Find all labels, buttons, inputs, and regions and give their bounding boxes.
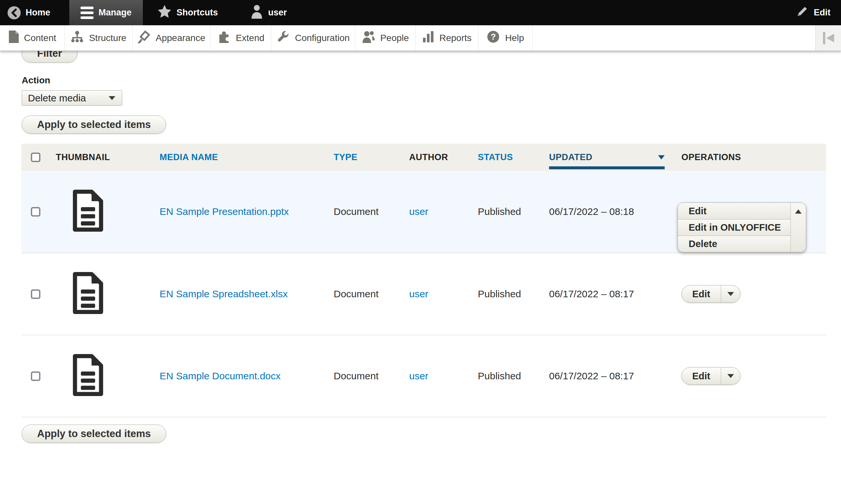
operation-edit-in-onlyoffice[interactable]: Edit in ONLYOFFICE — [678, 219, 790, 236]
toolbar-item-home[interactable]: Home — [0, 0, 59, 25]
document-file-icon — [69, 354, 107, 396]
table-row: EN Sample Spreadsheet.xlsx Document user… — [21, 253, 826, 335]
toolbar-user-label: user — [268, 7, 287, 18]
tray-item-extend[interactable]: Extend — [211, 25, 271, 51]
table-row: EN Sample Document.docx Document user Pu… — [21, 335, 826, 417]
tray-structure-label: Structure — [89, 33, 126, 43]
bar-chart-icon — [422, 31, 434, 45]
content-icon — [8, 31, 19, 45]
header-type[interactable]: TYPE — [334, 152, 409, 162]
tray-help-label: Help — [505, 33, 524, 43]
collapse-left-icon — [823, 32, 825, 44]
tray-item-people[interactable]: People — [355, 25, 416, 51]
type-cell: Document — [334, 288, 409, 300]
operation-delete[interactable]: Delete — [678, 236, 790, 252]
header-author: AUTHOR — [409, 152, 478, 162]
toolbar-home-label: Home — [25, 7, 50, 18]
thumbnail-cell — [56, 272, 160, 317]
operation-edit[interactable]: Edit — [678, 203, 790, 219]
media-name-link[interactable]: EN Sample Document.docx — [160, 371, 281, 381]
dropdown-expand-toggle[interactable] — [721, 367, 740, 384]
row-checkbox[interactable] — [31, 289, 40, 299]
header-media-name[interactable]: MEDIA NAME — [160, 152, 334, 162]
tray-item-appearance[interactable]: Appearance — [133, 25, 211, 51]
type-cell: Document — [334, 371, 409, 382]
media-table: THUMBNAIL MEDIA NAME TYPE AUTHOR STATUS … — [21, 144, 826, 417]
author-link[interactable]: user — [409, 206, 428, 217]
edit-button[interactable]: Edit — [682, 367, 721, 384]
operations-dropbutton: Edit — [681, 285, 740, 303]
admin-toolbar: Home Manage Shortcuts user Edit — [0, 0, 841, 25]
tray-reports-label: Reports — [439, 33, 472, 43]
tray-extend-label: Extend — [236, 33, 264, 43]
author-link[interactable]: user — [409, 371, 428, 381]
action-select[interactable]: Delete media — [22, 90, 122, 106]
tray-configuration-label: Configuration — [295, 33, 350, 43]
status-cell: Published — [478, 206, 549, 217]
select-all-cell — [21, 152, 56, 162]
people-icon — [362, 31, 375, 45]
dropdown-expand-toggle[interactable] — [721, 286, 740, 303]
header-status[interactable]: STATUS — [478, 152, 549, 162]
media-name-link[interactable]: EN Sample Spreadsheet.xlsx — [160, 288, 288, 299]
updated-cell: 06/17/2022 – 08:17 — [549, 371, 681, 382]
toolbar-item-manage[interactable]: Manage — [69, 0, 143, 25]
back-icon — [7, 6, 21, 19]
toolbar-item-shortcuts[interactable]: Shortcuts — [149, 0, 227, 25]
tray-item-configuration[interactable]: Configuration — [271, 25, 355, 51]
status-cell: Published — [478, 371, 549, 382]
star-icon — [157, 4, 172, 21]
tray-item-content[interactable]: Content — [0, 25, 65, 51]
updated-cell: 06/17/2022 – 08:18 — [549, 206, 681, 217]
operations-dropbutton: Edit — [681, 367, 740, 385]
tray-people-label: People — [380, 33, 409, 43]
type-cell: Document — [334, 206, 409, 217]
tray-item-reports[interactable]: Reports — [416, 25, 478, 51]
operations-dropdown-open: Edit Edit in ONLYOFFICE Delete — [678, 202, 806, 252]
paintbrush-icon — [138, 30, 151, 46]
table-header-row: THUMBNAIL MEDIA NAME TYPE AUTHOR STATUS … — [21, 144, 826, 170]
media-name-link[interactable]: EN Sample Presentation.pptx — [160, 206, 289, 217]
help-icon: ? — [487, 30, 500, 46]
dropdown-collapse-toggle[interactable] — [790, 203, 806, 252]
toolbar-manage-label: Manage — [99, 7, 132, 18]
status-cell: Published — [478, 288, 549, 300]
apply-button-bottom[interactable]: Apply to selected items — [22, 425, 166, 443]
select-caret-icon — [109, 96, 115, 100]
puzzle-icon — [217, 31, 230, 45]
action-label: Action — [22, 75, 841, 86]
select-all-checkbox[interactable] — [31, 152, 40, 162]
row-checkbox[interactable] — [31, 207, 40, 217]
sort-desc-icon — [658, 155, 665, 160]
action-select-value: Delete media — [28, 92, 86, 104]
header-operations: OPERATIONS — [681, 152, 826, 162]
tray-item-structure[interactable]: Structure — [65, 25, 133, 51]
menu-icon — [81, 6, 93, 19]
tray-item-help[interactable]: ? Help — [478, 25, 533, 51]
media-overview-page: Filter Action Delete media Apply to sele… — [0, 51, 841, 443]
apply-button-top[interactable]: Apply to selected items — [22, 115, 166, 134]
toolbar-item-user[interactable]: user — [242, 0, 296, 25]
thumbnail-cell — [56, 189, 160, 234]
pencil-icon — [796, 5, 809, 20]
chevron-down-icon — [728, 292, 734, 296]
admin-tray: Content Structure Appearance Extend Conf… — [0, 25, 841, 51]
edit-button[interactable]: Edit — [682, 286, 721, 303]
row-checkbox[interactable] — [31, 372, 40, 381]
svg-text:?: ? — [491, 32, 496, 42]
tray-spacer — [533, 25, 816, 51]
operations-cell: Edit — [681, 335, 826, 417]
tray-orientation-toggle[interactable] — [816, 25, 841, 51]
updated-cell: 06/17/2022 – 08:17 — [549, 288, 681, 300]
toolbar-shortcuts-label: Shortcuts — [177, 7, 218, 18]
operations-cell: Edit Edit in ONLYOFFICE Delete — [681, 170, 826, 253]
toolbar-item-edit[interactable]: Edit — [787, 0, 841, 25]
author-link[interactable]: user — [409, 288, 428, 299]
header-thumbnail: THUMBNAIL — [56, 152, 160, 162]
header-updated-sort[interactable]: UPDATED — [549, 144, 665, 170]
tray-content-label: Content — [24, 33, 56, 43]
toolbar-edit-label: Edit — [814, 7, 830, 18]
chevron-down-icon — [728, 374, 734, 378]
document-file-icon — [69, 189, 107, 232]
document-file-icon — [69, 272, 107, 314]
